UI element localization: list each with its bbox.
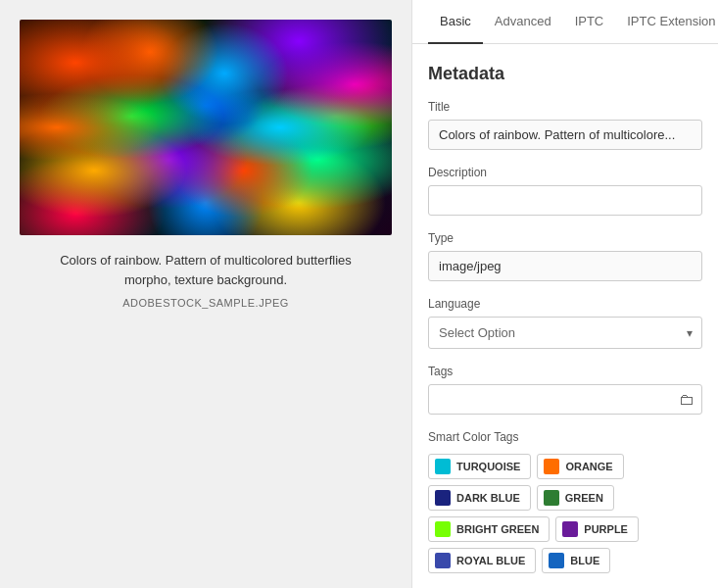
color-swatch <box>562 521 578 537</box>
color-tag-purple[interactable]: PURPLE <box>555 516 639 542</box>
left-panel: Colors of rainbow. Pattern of multicolor… <box>0 0 411 588</box>
smart-color-tags-section: Smart Color Tags TURQUOISEORANGEDARK BLU… <box>428 430 702 573</box>
color-tag-orange[interactable]: ORANGE <box>537 454 623 479</box>
tags-label: Tags <box>428 365 702 378</box>
color-tag-dark-blue[interactable]: DARK BLUE <box>428 485 531 511</box>
color-tag-green[interactable]: GREEN <box>537 485 614 511</box>
color-tags-grid: TURQUOISEORANGEDARK BLUEGREENBRIGHT GREE… <box>428 454 702 573</box>
color-tag-label: PURPLE <box>584 523 628 535</box>
language-select-wrapper: Select Option ▾ <box>428 317 702 349</box>
color-tag-blue[interactable]: BLUE <box>542 548 610 573</box>
tags-input[interactable] <box>428 384 702 415</box>
right-panel: Basic Advanced IPTC IPTC Extension Metad… <box>411 0 718 588</box>
butterfly-image <box>20 20 392 235</box>
language-field-group: Language Select Option ▾ <box>428 297 702 349</box>
tab-iptc-extension[interactable]: IPTC Extension <box>615 0 718 44</box>
tags-field-group: Tags 🗀 <box>428 365 702 415</box>
color-tag-label: TURQUOISE <box>456 461 520 472</box>
color-swatch <box>435 459 451 474</box>
title-label: Title <box>428 100 702 114</box>
metadata-section-title: Metadata <box>428 64 702 84</box>
color-tag-label: ORANGE <box>565 461 612 472</box>
type-label: Type <box>428 231 702 245</box>
color-tag-label: DARK BLUE <box>456 492 520 504</box>
title-field-group: Title <box>428 100 702 150</box>
color-tag-label: GREEN <box>565 492 603 504</box>
color-swatch <box>435 521 451 537</box>
image-filename: ADOBESTOCK_SAMPLE.JPEG <box>122 297 289 309</box>
tab-advanced[interactable]: Advanced <box>483 0 563 44</box>
title-input[interactable] <box>428 120 702 150</box>
description-input[interactable] <box>428 185 702 216</box>
smart-color-tags-label: Smart Color Tags <box>428 430 702 444</box>
color-tag-label: BLUE <box>570 555 599 566</box>
color-swatch <box>544 459 559 474</box>
color-swatch <box>435 490 451 506</box>
color-tag-royal-blue[interactable]: ROYAL BLUE <box>428 548 536 573</box>
color-swatch <box>435 553 451 568</box>
color-tag-label: BRIGHT GREEN <box>456 523 539 535</box>
tabs-bar: Basic Advanced IPTC IPTC Extension <box>412 0 718 44</box>
color-tag-label: ROYAL BLUE <box>456 555 525 566</box>
tags-wrapper: 🗀 <box>428 384 702 415</box>
color-tag-bright-green[interactable]: BRIGHT GREEN <box>428 516 550 542</box>
description-label: Description <box>428 166 702 179</box>
panel-content: Metadata Title Description Type Language… <box>412 44 718 588</box>
color-tag-turquoise[interactable]: TURQUOISE <box>428 454 531 479</box>
description-field-group: Description <box>428 166 702 216</box>
color-swatch <box>544 490 559 506</box>
tab-iptc[interactable]: IPTC <box>563 0 616 44</box>
type-input[interactable] <box>428 251 702 281</box>
image-container <box>20 20 392 235</box>
type-field-group: Type <box>428 231 702 281</box>
language-select[interactable]: Select Option <box>428 317 702 349</box>
language-label: Language <box>428 297 702 311</box>
color-swatch <box>549 553 564 568</box>
image-caption: Colors of rainbow. Pattern of multicolor… <box>39 251 372 289</box>
tab-basic[interactable]: Basic <box>428 0 483 44</box>
folder-icon[interactable]: 🗀 <box>679 391 694 409</box>
